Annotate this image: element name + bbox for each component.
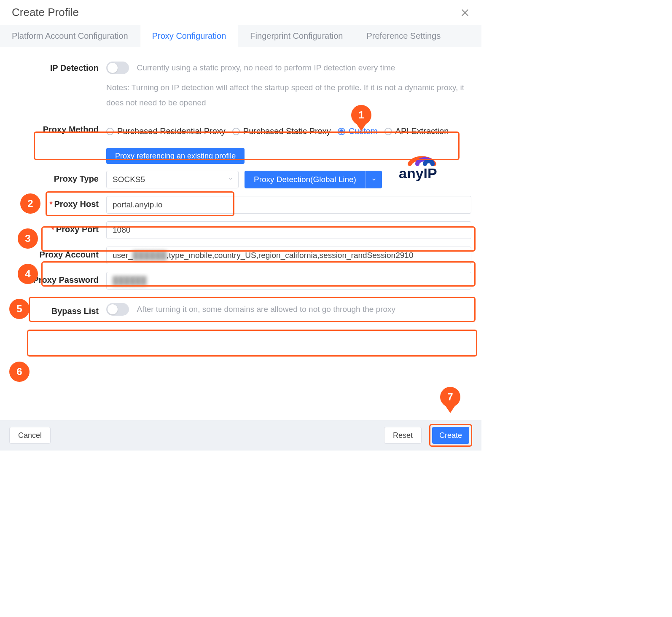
close-icon[interactable] (460, 8, 470, 17)
radio-icon (384, 128, 392, 135)
proxy-account-label: Proxy Account (10, 247, 106, 260)
radio-purchased-residential[interactable]: Purchased Residential Proxy (106, 126, 226, 136)
ip-detection-row: IP Detection Currently using a static pr… (10, 60, 471, 110)
proxy-host-input[interactable] (106, 196, 471, 214)
required-mark: * (49, 200, 52, 209)
bypass-list-toggle[interactable] (106, 303, 129, 316)
dialog-body: IP Detection Currently using a static pr… (0, 47, 481, 420)
proxy-port-row: *Proxy Port (10, 221, 471, 239)
proxy-method-row: Proxy Method Purchased Residential Proxy… (10, 121, 471, 140)
proxy-port-input[interactable] (106, 221, 471, 239)
proxy-password-label: Proxy Password (10, 272, 106, 285)
proxy-reference-row: Proxy referencing an existing profile an… (10, 148, 471, 164)
reset-button[interactable]: Reset (384, 427, 422, 444)
proxy-type-select[interactable] (106, 171, 239, 188)
proxy-password-row: Proxy Password ██████ (10, 272, 471, 290)
create-profile-dialog: Create Profile Platform Account Configur… (0, 0, 481, 451)
proxy-type-label: Proxy Type (10, 171, 106, 184)
ip-detection-notes: Notes: Turning on IP detection will affe… (106, 80, 471, 110)
radio-custom[interactable]: Custom (338, 126, 378, 136)
tab-bar: Platform Account Configuration Proxy Con… (0, 25, 481, 47)
bypass-list-row: Bypass List After turning it on, some do… (10, 303, 471, 316)
tab-fingerprint[interactable]: Fingerprint Configuration (238, 25, 355, 47)
radio-label: Purchased Static Proxy (243, 126, 331, 136)
radio-purchased-static[interactable]: Purchased Static Proxy (232, 126, 331, 136)
dialog-header: Create Profile (0, 0, 481, 25)
proxy-type-value[interactable] (106, 171, 239, 188)
svg-text:anyIP: anyIP (399, 165, 437, 181)
radio-label: Custom (349, 126, 378, 136)
radio-icon (106, 128, 114, 135)
radio-icon (338, 128, 345, 135)
proxy-account-input[interactable]: user_██████,type_mobile,country_US,regio… (106, 247, 471, 264)
bypass-list-desc: After turning it on, some domains are al… (137, 305, 395, 314)
radio-icon (232, 128, 240, 135)
cancel-button[interactable]: Cancel (9, 427, 51, 444)
proxy-host-label: *Proxy Host (10, 196, 106, 209)
proxy-detection-button[interactable]: Proxy Detection(Global Line) (245, 171, 382, 188)
proxy-method-radio-group: Purchased Residential Proxy Purchased St… (106, 122, 471, 140)
ip-detection-toggle[interactable] (106, 62, 129, 74)
tab-proxy-configuration[interactable]: Proxy Configuration (140, 25, 239, 47)
bypass-list-label: Bypass List (10, 303, 106, 316)
proxy-port-label: *Proxy Port (10, 221, 106, 234)
proxy-password-input[interactable]: ██████ (106, 272, 471, 290)
proxy-detection-label: Proxy Detection(Global Line) (245, 171, 366, 188)
required-mark: * (51, 225, 54, 234)
proxy-detection-dropdown-icon[interactable] (366, 171, 382, 188)
ip-detection-label: IP Detection (10, 60, 106, 73)
annotation-highlight-create: Create (429, 424, 472, 447)
proxy-account-row: Proxy Account user_██████,type_mobile,co… (10, 247, 471, 264)
chevron-down-icon (228, 176, 234, 183)
dialog-title: Create Profile (12, 6, 79, 19)
proxy-method-label: Proxy Method (10, 121, 106, 134)
proxy-host-row: *Proxy Host (10, 196, 471, 214)
tab-preference[interactable]: Preference Settings (355, 25, 452, 47)
create-button[interactable]: Create (432, 427, 469, 444)
radio-label: Purchased Residential Proxy (117, 126, 226, 136)
radio-label: API Extraction (395, 126, 449, 136)
proxy-reference-button[interactable]: Proxy referencing an existing profile (106, 148, 245, 164)
ip-detection-status: Currently using a static proxy, no need … (137, 63, 395, 72)
anyip-logo: anyIP (397, 150, 456, 184)
tab-platform-account[interactable]: Platform Account Configuration (0, 25, 140, 47)
radio-api-extraction[interactable]: API Extraction (384, 126, 449, 136)
dialog-footer: Cancel Reset Create (0, 420, 481, 451)
